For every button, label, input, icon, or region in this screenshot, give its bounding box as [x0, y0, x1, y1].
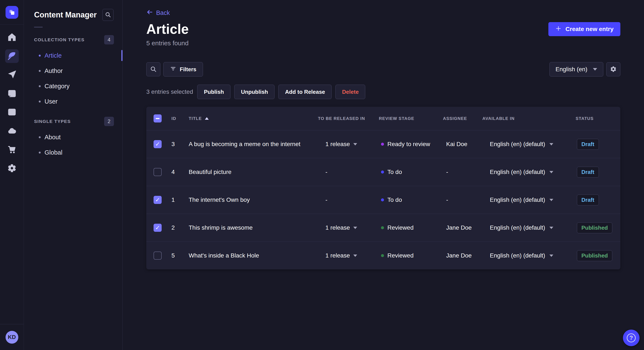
- arrow-left-icon: [146, 9, 153, 17]
- cell-title: Beautiful picture: [189, 169, 318, 175]
- cell-release: -: [318, 169, 379, 175]
- help-button[interactable]: ?: [623, 330, 640, 346]
- cell-available-in[interactable]: English (en) (default): [482, 224, 576, 231]
- bullet-icon: [39, 55, 41, 57]
- cloud-icon: [7, 126, 16, 136]
- cell-title: A bug is becoming a meme on the internet: [189, 141, 318, 148]
- bullet-icon: [39, 152, 41, 154]
- sidebar-item-article[interactable]: Article: [34, 48, 122, 63]
- chevron-down-icon: [353, 255, 357, 257]
- app-root: KD Content Manager COLLECTION TYPES 4 Ar…: [0, 0, 644, 350]
- sidebar-item-category[interactable]: Category: [34, 78, 122, 94]
- table-row[interactable]: 3 A bug is becoming a meme on the intern…: [146, 130, 620, 158]
- stage-dot-icon: [381, 254, 384, 257]
- gear-icon: [7, 164, 16, 174]
- collection-types-count-badge: 4: [104, 35, 114, 44]
- cell-available-in[interactable]: English (en) (default): [482, 252, 576, 259]
- row-checkbox[interactable]: [154, 168, 162, 176]
- toolbar: Filters English (en): [146, 62, 620, 77]
- chevron-down-icon: [550, 255, 553, 257]
- sidebar-search-button[interactable]: [102, 9, 114, 21]
- sidebar-item-label: Author: [44, 67, 62, 74]
- main-content: Back Article Create new entry 5 entries …: [123, 0, 644, 350]
- nav-home-button[interactable]: [5, 31, 19, 44]
- cell-available-in[interactable]: English (en) (default): [482, 169, 576, 175]
- row-checkbox[interactable]: [154, 224, 162, 232]
- sidebar-item-label: About: [44, 134, 61, 141]
- stage-dot-icon: [381, 143, 384, 146]
- sidebar-item-user[interactable]: User: [34, 94, 122, 109]
- user-avatar[interactable]: KD: [6, 331, 18, 344]
- cell-assignee: Jane Doe: [443, 252, 482, 259]
- collection-types-label: COLLECTION TYPES: [34, 37, 84, 42]
- filters-button[interactable]: Filters: [163, 62, 203, 77]
- stage-dot-icon: [381, 226, 384, 229]
- cell-assignee: Jane Doe: [443, 224, 482, 231]
- table-row[interactable]: 2 This shrimp is awesome 1 release Revie…: [146, 214, 620, 242]
- cell-release[interactable]: 1 release: [318, 252, 379, 259]
- sidebar-item-author[interactable]: Author: [34, 63, 122, 78]
- sort-ascending-icon: [205, 117, 209, 120]
- cell-title: This shrimp is awesome: [189, 224, 318, 231]
- row-checkbox[interactable]: [154, 252, 162, 260]
- nav-cloud-button[interactable]: [5, 124, 19, 138]
- back-link[interactable]: Back: [146, 9, 170, 17]
- nav-content-type-builder-button[interactable]: [5, 105, 19, 119]
- table-row[interactable]: 1 The internet's Own boy - To do - Engli…: [146, 186, 620, 214]
- status-badge: Draft: [577, 139, 599, 150]
- cell-release[interactable]: 1 release: [318, 141, 379, 148]
- cell-status: Published: [576, 222, 614, 233]
- cell-assignee: Kai Doe: [443, 141, 482, 148]
- nav-purchase-button[interactable]: [5, 143, 19, 157]
- chevron-down-icon: [353, 143, 357, 146]
- collection-types-section: COLLECTION TYPES 4 Article Author Catego…: [24, 35, 122, 109]
- search-icon: [150, 66, 157, 73]
- cell-id: 4: [172, 169, 189, 175]
- cell-release: -: [318, 196, 379, 203]
- cell-review-stage: Reviewed: [379, 224, 443, 231]
- column-header-id[interactable]: ID: [172, 116, 189, 121]
- nav-settings-button[interactable]: [5, 162, 19, 175]
- add-to-release-button[interactable]: Add to Release: [278, 85, 332, 99]
- send-icon: [7, 70, 16, 80]
- nav-releases-button[interactable]: [5, 68, 19, 82]
- chevron-down-icon: [593, 68, 597, 71]
- cell-available-in[interactable]: English (en) (default): [482, 141, 576, 148]
- column-header-release: TO BE RELEASED IN: [318, 116, 379, 121]
- publish-button[interactable]: Publish: [197, 85, 230, 99]
- unpublish-button[interactable]: Unpublish: [234, 85, 274, 99]
- cell-release[interactable]: 1 release: [318, 224, 379, 231]
- table-row[interactable]: 5 What's inside a Black Hole 1 release R…: [146, 242, 620, 269]
- media-library-icon: [7, 89, 16, 99]
- content-manager-sidebar: Content Manager COLLECTION TYPES 4 Artic…: [24, 0, 123, 350]
- cell-status: Draft: [576, 139, 614, 150]
- chevron-down-icon: [353, 227, 357, 229]
- cell-available-in[interactable]: English (en) (default): [482, 196, 576, 203]
- column-header-title[interactable]: TITLE: [189, 116, 318, 121]
- single-types-count-badge: 2: [104, 117, 114, 126]
- row-checkbox[interactable]: [154, 140, 162, 148]
- delete-button[interactable]: Delete: [336, 85, 365, 99]
- nav-content-manager-button[interactable]: [5, 49, 19, 63]
- sidebar-item-about[interactable]: About: [34, 130, 122, 145]
- sidebar-divider: [34, 27, 42, 27]
- view-settings-button[interactable]: [606, 62, 620, 76]
- locale-select[interactable]: English (en): [550, 62, 603, 77]
- cell-id: 2: [172, 224, 189, 231]
- workspace-logo[interactable]: [0, 0, 24, 25]
- column-header-review-stage: REVIEW STAGE: [379, 116, 443, 121]
- single-types-label: SINGLE TYPES: [34, 119, 71, 124]
- nav-media-library-button[interactable]: [5, 87, 19, 100]
- feather-icon: [7, 51, 16, 61]
- create-entry-button[interactable]: Create new entry: [548, 22, 620, 36]
- cell-status: Draft: [576, 167, 614, 177]
- select-all-checkbox[interactable]: [154, 114, 162, 123]
- chevron-down-icon: [550, 143, 553, 146]
- table-row[interactable]: 4 Beautiful picture - To do - English (e…: [146, 158, 620, 186]
- sidebar-item-global[interactable]: Global: [34, 145, 122, 160]
- cell-assignee: -: [443, 169, 482, 175]
- chevron-down-icon: [550, 199, 553, 201]
- table-header-row: ID TITLE TO BE RELEASED IN REVIEW STAGE …: [146, 107, 620, 130]
- row-checkbox[interactable]: [154, 196, 162, 204]
- search-button[interactable]: [146, 62, 160, 76]
